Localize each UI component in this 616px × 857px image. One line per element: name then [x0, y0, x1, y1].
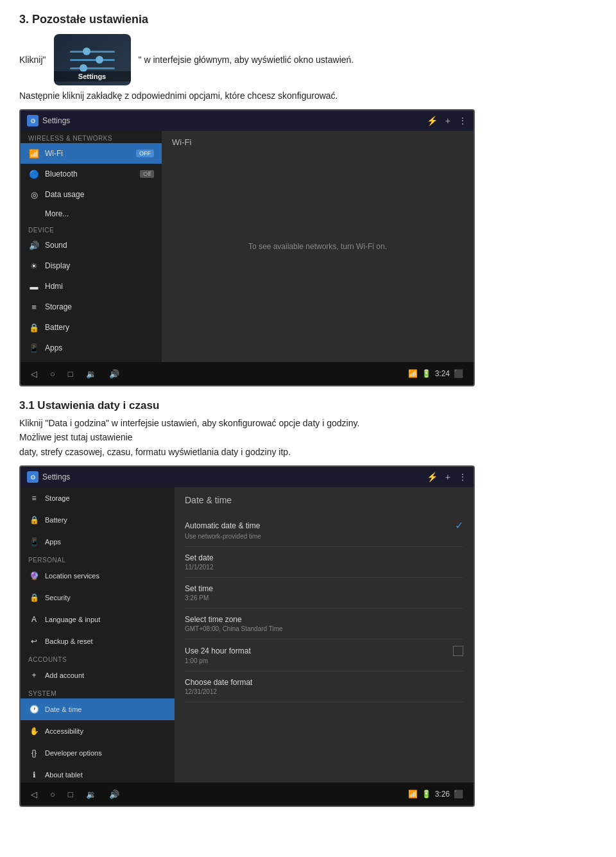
add-account-icon: +: [28, 670, 40, 681]
apps-label: Apps: [45, 343, 62, 352]
timezone-title: Select time zone: [185, 615, 463, 624]
nav-icons-2: ◁ ○ □ 🔉 🔊: [31, 790, 119, 799]
language-icon: A: [28, 614, 40, 625]
sidebar-item2-location[interactable]: 🔮 Location services: [21, 565, 175, 587]
sidebar-item2-add-account[interactable]: + Add account: [21, 664, 175, 686]
volume-down-icon[interactable]: 🔉: [86, 369, 96, 379]
security-icon: 🔒: [28, 592, 40, 603]
auto-date-title: Automatic date & time ✓: [185, 519, 463, 532]
titlebar-1: ⚙ Settings ⚡ + ⋮: [21, 110, 474, 131]
android-bottombar-1: ◁ ○ □ 🔉 🔊 📶 🔋 3:24 ⬛: [21, 362, 474, 385]
android-bottombar-2: ◁ ○ □ 🔉 🔊 📶 🔋 3:26 ⬛: [21, 783, 474, 806]
slider-3: [70, 67, 115, 69]
sidebar-item2-date-time[interactable]: 🕐 Date & time: [21, 698, 175, 720]
date-time-label: Date & time: [45, 706, 81, 713]
auto-date-sub: Use network-provided time: [185, 533, 463, 540]
hdmi-icon: ▬: [28, 281, 40, 292]
lightning-icon-2: ⚡: [427, 472, 438, 482]
location-label-2: Location services: [45, 572, 99, 580]
sidebar-item-sound[interactable]: 🔊 Sound: [21, 235, 162, 255]
sidebar-item-wifi[interactable]: 📶 Wi-Fi OFF: [21, 143, 162, 164]
section-device-label: DEVICE: [21, 223, 162, 235]
panel-datetime-title: Date & time: [185, 495, 463, 505]
sidebar-item2-storage[interactable]: ≡ Storage: [21, 487, 175, 509]
wifi-toggle[interactable]: OFF: [136, 150, 154, 157]
panel-wifi-message: To see available networks, turn Wi-Fi on…: [248, 242, 387, 251]
sidebar-item2-accessibility[interactable]: ✋ Accessibility: [21, 720, 175, 742]
auto-date-checkmark: ✓: [455, 519, 463, 532]
hour24-checkbox[interactable]: [453, 646, 463, 656]
sidebar-item-apps[interactable]: 📱 Apps: [21, 338, 162, 358]
recents-icon-2[interactable]: □: [68, 790, 73, 799]
settings-sidebar-1: WIRELESS & NETWORKS 📶 Wi-Fi OFF 🔵 Blueto…: [21, 131, 162, 362]
intro-block: Kliknij" Settings " w interfejsie główny…: [19, 34, 597, 85]
home-icon-2[interactable]: ○: [50, 790, 55, 799]
sidebar-item2-apps[interactable]: 📱 Apps: [21, 531, 175, 553]
settings-small-icon: ⬛: [454, 369, 463, 378]
settings-app-icon: ⚙: [27, 115, 38, 126]
settings-panel-datetime: Date & time Automatic date & time ✓ Use …: [175, 487, 474, 783]
apps-label-2: Apps: [45, 538, 61, 546]
row-timezone[interactable]: Select time zone GMT+08:00, China Standa…: [185, 609, 463, 639]
volume-up-icon-2[interactable]: 🔊: [109, 790, 119, 799]
android-body-2: ≡ Storage 🔒 Battery 📱 Apps PERSONAL 🔮 Lo…: [21, 487, 474, 783]
set-date-sub: 11/1/2012: [185, 564, 463, 571]
home-icon[interactable]: ○: [50, 369, 55, 379]
sidebar-item-data-usage[interactable]: ◎ Data usage: [21, 184, 162, 205]
sidebar-item2-about[interactable]: ℹ About tablet: [21, 764, 175, 783]
sidebar-item-display[interactable]: ☀ Display: [21, 255, 162, 276]
hour24-title: Use 24 hour format: [185, 646, 463, 656]
storage-label: Storage: [45, 302, 72, 311]
more-icon: ⋮: [458, 116, 467, 126]
sidebar-item2-battery[interactable]: 🔒 Battery: [21, 509, 175, 531]
date-format-sub: 12/31/2012: [185, 688, 463, 695]
sidebar-item2-developer[interactable]: {} Developer options: [21, 742, 175, 764]
section31-title: 3.1 Ustawienia daty i czasu: [19, 399, 597, 412]
sidebar-item-battery[interactable]: 🔒 Battery: [21, 317, 162, 338]
sidebar-item2-security[interactable]: 🔒 Security: [21, 587, 175, 609]
titlebar-title-2: Settings: [42, 472, 70, 481]
data-usage-icon: ◎: [28, 189, 40, 200]
titlebar-right-1: ⚡ + ⋮: [427, 116, 467, 126]
slider-1: [70, 51, 115, 53]
row-hour24[interactable]: Use 24 hour format 1:00 pm: [185, 639, 463, 671]
battery-icon-2: 🔒: [28, 514, 40, 526]
section3-title: 3. Pozostałe ustawienia: [19, 13, 597, 26]
bluetooth-toggle[interactable]: Off: [140, 170, 154, 178]
accessibility-label: Accessibility: [45, 727, 83, 735]
more-icon-2: ⋮: [458, 472, 467, 482]
sidebar-item-bluetooth[interactable]: 🔵 Bluetooth Off: [21, 164, 162, 184]
row-set-date[interactable]: Set date 11/1/2012: [185, 547, 463, 578]
recents-icon[interactable]: □: [68, 369, 73, 379]
battery-label-2: Battery: [45, 516, 67, 524]
sidebar-item-more[interactable]: More...: [21, 205, 162, 223]
sound-icon: 🔊: [28, 239, 40, 251]
row-date-format[interactable]: Choose date format 12/31/2012: [185, 671, 463, 702]
slider-2: [70, 59, 115, 61]
sidebar-item2-language[interactable]: A Language & input: [21, 609, 175, 630]
back-icon[interactable]: ◁: [31, 369, 37, 379]
volume-up-icon[interactable]: 🔊: [109, 369, 119, 379]
battery-status-icon-2: 🔋: [422, 790, 431, 799]
sidebar-item-hdmi[interactable]: ▬ Hdmi: [21, 276, 162, 297]
hour24-sub: 1:00 pm: [185, 657, 463, 664]
settings-panel-wifi: Wi-Fi To see available networks, turn Wi…: [162, 131, 474, 362]
sidebar-item2-backup[interactable]: ↩ Backup & reset: [21, 630, 175, 652]
section-system-label: SYSTEM: [21, 686, 175, 698]
settings-small-icon-2: ⬛: [454, 790, 463, 799]
sidebar-item-storage[interactable]: ≡ Storage: [21, 297, 162, 317]
row-set-time[interactable]: Set time 3:26 PM: [185, 578, 463, 609]
hdmi-label: Hdmi: [45, 282, 63, 291]
section31-text: Kliknij "Data i godzina" w interfejsie u…: [19, 416, 597, 459]
more-label: More...: [28, 209, 69, 218]
language-label: Language & input: [45, 616, 100, 623]
back-icon-2[interactable]: ◁: [31, 790, 37, 799]
signal-icon-2: 📶: [408, 790, 418, 799]
intro-click-text: Kliknij": [19, 55, 46, 65]
settings-overlay-label: Settings: [54, 71, 131, 82]
battery-label: Battery: [45, 323, 69, 332]
volume-down-icon-2[interactable]: 🔉: [86, 790, 96, 799]
sound-label: Sound: [45, 241, 67, 250]
row-auto-date[interactable]: Automatic date & time ✓ Use network-prov…: [185, 513, 463, 547]
settings-icon-image: Settings: [54, 34, 131, 85]
